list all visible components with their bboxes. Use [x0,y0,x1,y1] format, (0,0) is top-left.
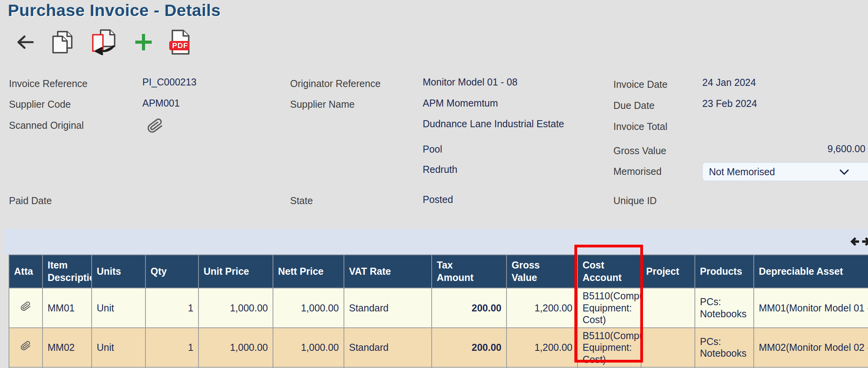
cell-qty[interactable]: 1 [145,288,198,328]
unique-id-label: Unique ID [613,195,657,206]
table-row: MM02Unit11,000.001,000.00Standard200.001… [9,328,868,368]
originator-reference-label: Originator Reference [290,78,381,89]
cell-nett-price[interactable]: 1,000.00 [273,328,344,368]
column-header-qty[interactable]: Qty [145,255,198,288]
memorised-select[interactable]: Not Memorised [702,162,868,181]
supplier-address-line-3: Redruth [423,164,457,175]
column-header-cost-account[interactable]: Cost Account [577,255,641,288]
cell-cost-account[interactable]: B5110(Computer Equipment: Cost) [577,328,641,368]
cell-cost-account[interactable]: B5110(Computer Equipment: Cost) [577,288,641,328]
supplier-name-value: APM Momemtum [423,98,498,109]
column-header-atta[interactable]: Atta [9,255,43,288]
chevron-down-icon [839,169,849,176]
cell-vat-rate[interactable]: Standard [344,328,432,368]
table-row: MM01Unit11,000.001,000.00Standard200.001… [9,288,868,328]
supplier-address-line-1: Dudnance Lane Industrial Estate [423,118,564,130]
line-items-grid: AttaItem DescriptioUnitsQtyUnit PriceNet… [9,254,868,368]
toolbar: PDF [16,28,190,56]
column-header-project[interactable]: Project [641,255,695,288]
attachment-paperclip-icon [19,297,33,316]
originator-reference-value: Monitor Model 01 - 08 [423,76,517,88]
supplier-code-value: APM001 [142,98,180,109]
column-header-unit-price[interactable]: Unit Price [198,255,273,288]
table-header-row: AttaItem DescriptioUnitsQtyUnit PriceNet… [9,255,868,288]
column-header-vat-rate[interactable]: VAT Rate [344,255,432,288]
invoice-reference-value: PI_C000213 [142,76,197,88]
column-header-tax-amount[interactable]: Tax Amount [432,255,507,288]
cell-products[interactable]: PCs: Notebooks [695,328,754,368]
line-items-table: AttaItem DescriptioUnitsQtyUnit PriceNet… [9,254,868,368]
column-header-products[interactable]: Products [695,255,754,288]
gross-value-label: Gross Value [613,145,666,156]
invoice-date-label: Invoice Date [613,79,668,90]
column-header-nett-price[interactable]: Nett Price [273,255,344,288]
cell-unit-price[interactable]: 1,000.00 [198,288,273,328]
cell-depreciable-asset[interactable]: MM02(Monitor Model 02 - 08) [754,328,868,368]
cell-item-descriptio[interactable]: MM02 [43,328,92,368]
invoice-reference-label: Invoice Reference [9,78,88,89]
cell-vat-rate[interactable]: Standard [344,288,432,328]
attachment-paperclip-icon [19,337,33,356]
pdf-badge-label: PDF [170,41,190,50]
cell-products[interactable]: PCs: Notebooks [695,288,754,328]
column-header-depreciable-asset[interactable]: Depreciable Asset [754,255,868,288]
cell-atta[interactable] [9,328,43,368]
cell-units[interactable]: Unit [92,328,145,368]
paperclip-icon[interactable] [146,116,164,139]
table-toolbar-band [3,229,868,254]
column-resize-icon[interactable] [850,234,868,251]
page-title: Purchase Invoice - Details [8,1,221,20]
due-date-value: 23 Feb 2024 [702,98,757,109]
pdf-icon[interactable]: PDF [168,29,190,55]
column-header-units[interactable]: Units [92,255,145,288]
supplier-name-label: Supplier Name [290,99,354,110]
cell-project[interactable] [641,288,695,328]
cell-project[interactable] [641,328,695,368]
column-header-item-descriptio[interactable]: Item Descriptio [43,255,92,288]
cell-tax-amount[interactable]: 200.00 [432,288,507,328]
cell-nett-price[interactable]: 1,000.00 [273,288,344,328]
cell-units[interactable]: Unit [92,288,145,328]
cell-qty[interactable]: 1 [145,328,198,368]
scanned-original-label: Scanned Original [9,120,84,131]
column-header-gross-value[interactable]: Gross Value [507,255,577,288]
supplier-code-label: Supplier Code [9,99,71,110]
cell-gross-value[interactable]: 1,200.00 [507,288,577,328]
cell-item-descriptio[interactable]: MM01 [43,288,92,328]
cell-tax-amount[interactable]: 200.00 [432,328,507,368]
gross-value-amount: 9,600.00 [827,143,865,155]
cell-unit-price[interactable]: 1,000.00 [198,328,273,368]
supplier-address-line-2: Pool [423,144,442,155]
back-icon[interactable] [16,32,35,52]
state-label: State [290,195,313,206]
due-date-label: Due Date [613,100,655,111]
cell-depreciable-asset[interactable]: MM01(Monitor Model 01 - 08) [754,288,868,328]
invoice-date-value: 24 Jan 2024 [702,77,756,88]
copy-icon[interactable] [50,29,74,55]
cell-atta[interactable] [9,288,43,328]
copy-return-icon[interactable] [89,28,119,56]
paid-date-label: Paid Date [9,195,52,206]
invoice-total-label: Invoice Total [613,121,668,132]
state-value: Posted [423,194,453,205]
memorised-label: Memorised [613,166,662,177]
cell-gross-value[interactable]: 1,200.00 [507,328,577,368]
add-icon[interactable] [133,32,154,52]
